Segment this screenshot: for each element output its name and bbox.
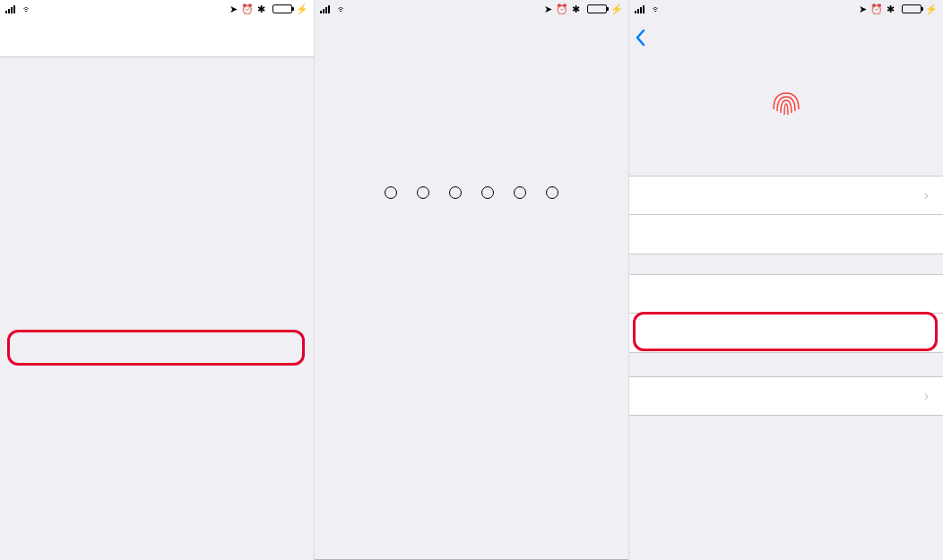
bluetooth-icon: ✱	[257, 4, 265, 15]
fingerprint-hero-icon	[629, 57, 943, 138]
wifi-icon: ᯤ	[22, 4, 32, 14]
alarm-icon: ⏰	[870, 4, 883, 15]
status-bar: ᯤ ➤⏰✱⚡	[629, 0, 943, 18]
charging-icon: ⚡	[610, 4, 623, 15]
battery-icon	[273, 4, 292, 13]
nav-bar	[315, 18, 628, 57]
chevron-icon: ›	[924, 388, 929, 404]
back-button[interactable]	[635, 29, 645, 47]
add-fingerprint-button[interactable]	[629, 215, 943, 254]
battery-icon	[902, 4, 921, 13]
bluetooth-icon: ✱	[572, 4, 580, 15]
signal-icon	[320, 5, 330, 13]
nav-bar	[629, 18, 943, 57]
settings-screen: ᯤ ➤⏰✱⚡	[0, 0, 314, 560]
signal-icon	[5, 5, 15, 13]
disable-passcode-button[interactable]	[629, 274, 943, 314]
touchid-screen: ᯤ ➤⏰✱⚡ › ›	[628, 0, 943, 560]
chevron-icon: ›	[924, 187, 929, 203]
fingerprint-row[interactable]: ›	[629, 176, 943, 215]
status-bar: ᯤ ➤⏰✱⚡	[0, 0, 314, 18]
charging-icon: ⚡	[296, 4, 308, 15]
location-icon: ➤	[859, 4, 867, 15]
location-icon: ➤	[544, 4, 552, 15]
require-passcode-row[interactable]: ›	[629, 376, 943, 416]
wifi-icon: ᯤ	[652, 4, 662, 14]
location-icon: ➤	[229, 4, 238, 15]
passcode-screen: ᯤ ➤⏰✱⚡	[314, 0, 628, 560]
alarm-icon: ⏰	[556, 4, 568, 15]
charging-icon: ⚡	[925, 4, 938, 15]
battery-icon	[587, 4, 607, 13]
highlight-touchid	[7, 330, 305, 366]
section-header-prints	[629, 165, 943, 176]
passcode-dots	[315, 186, 628, 199]
alarm-icon: ⏰	[241, 4, 254, 15]
bluetooth-icon: ✱	[887, 4, 895, 15]
status-bar: ᯤ ➤⏰✱⚡	[315, 0, 628, 18]
change-passcode-button[interactable]	[629, 314, 943, 353]
signal-icon	[635, 5, 645, 13]
nav-bar	[0, 18, 314, 57]
wifi-icon: ᯤ	[337, 4, 347, 14]
section-header-usage	[629, 138, 943, 149]
